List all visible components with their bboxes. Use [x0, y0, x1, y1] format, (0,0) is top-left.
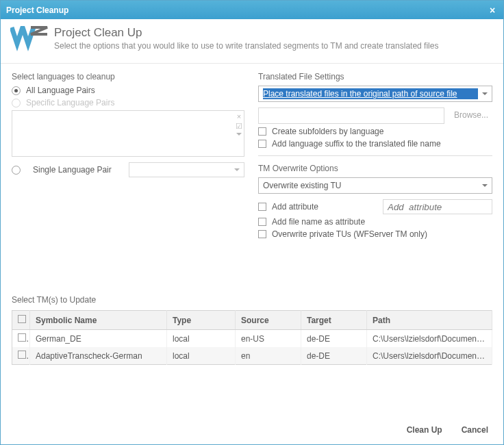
tm-table: Symbolic Name Type Source Target Path Ge…: [12, 310, 492, 365]
radio-all-language-pairs[interactable]: All Language Pairs: [12, 86, 244, 95]
page-subtitle: Select the options that you would like t…: [54, 41, 438, 51]
radio-icon: [12, 99, 21, 107]
checkbox-icon: [258, 127, 266, 136]
tm-section-label: Select TM(s) to Update: [12, 295, 492, 305]
place-files-dropdown[interactable]: Place translated files in the original p…: [258, 86, 492, 102]
overwrite-tu-dropdown[interactable]: Overwrite existing TU: [258, 177, 492, 194]
create-subfolders-checkbox[interactable]: Create subfolders by language: [258, 127, 492, 136]
overwrite-private-tus-checkbox[interactable]: Overwrite private TUs (WFServer TM only): [258, 229, 492, 239]
window-title: Project Cleanup: [6, 5, 487, 15]
col-target[interactable]: Target: [301, 311, 367, 330]
col-path[interactable]: Path: [367, 311, 492, 330]
cancel-button[interactable]: Cancel: [462, 425, 488, 435]
language-pairs-listbox: × ☑: [12, 110, 244, 157]
col-symbolic-name[interactable]: Symbolic Name: [30, 311, 167, 330]
checkbox-icon: [258, 218, 266, 226]
output-path-field[interactable]: [258, 107, 444, 124]
dialog-header: Project Clean Up Select the options that…: [1, 19, 503, 64]
add-attribute-input[interactable]: [383, 199, 492, 214]
row-checkbox[interactable]: [18, 351, 26, 359]
checkbox-icon: [258, 230, 266, 238]
lang-section-label: Select languages to cleanup: [12, 72, 244, 81]
browse-button[interactable]: Browse...: [450, 107, 492, 123]
clean-up-button[interactable]: Clean Up: [407, 425, 442, 435]
checkbox-icon: [258, 140, 266, 148]
check-icon: ☑: [236, 122, 242, 130]
select-all-checkbox[interactable]: [12, 311, 30, 330]
titlebar: Project Cleanup ×: [1, 1, 503, 19]
table-header-row: Symbolic Name Type Source Target Path: [12, 311, 492, 330]
table-row[interactable]: German_DE local en-US de-DE C:\Users\lzi…: [12, 330, 492, 348]
chevron-down-icon: [236, 131, 242, 140]
project-cleanup-dialog: Project Cleanup × Project Clean Up Selec…: [0, 0, 504, 445]
col-type[interactable]: Type: [167, 311, 236, 330]
radio-specific-language-pairs: Specific Language Pairs: [12, 98, 244, 107]
single-language-dropdown[interactable]: [129, 162, 244, 177]
dialog-footer: Clean Up Cancel: [1, 416, 503, 444]
close-icon[interactable]: ×: [487, 5, 498, 15]
tmo-section-label: TM Overwrite Options: [258, 164, 492, 173]
remove-icon: ×: [236, 112, 242, 120]
table-row[interactable]: AdaptiveTranscheck-German local en de-DE…: [12, 347, 492, 365]
page-title: Project Clean Up: [54, 26, 438, 40]
tfs-section-label: Translated File Settings: [258, 72, 492, 81]
checkbox-icon: [258, 203, 266, 211]
row-checkbox[interactable]: [18, 333, 26, 342]
col-source[interactable]: Source: [236, 311, 301, 330]
add-suffix-checkbox[interactable]: Add language suffix to the translated fi…: [258, 139, 492, 149]
radio-single-language-pair[interactable]: Single Language Pair: [12, 162, 244, 177]
filename-as-attribute-checkbox[interactable]: Add file name as attribute: [258, 217, 492, 227]
radio-icon: [12, 86, 21, 95]
add-attribute-checkbox[interactable]: Add attribute: [258, 202, 375, 212]
radio-icon: [12, 166, 21, 175]
app-logo: [10, 26, 49, 53]
